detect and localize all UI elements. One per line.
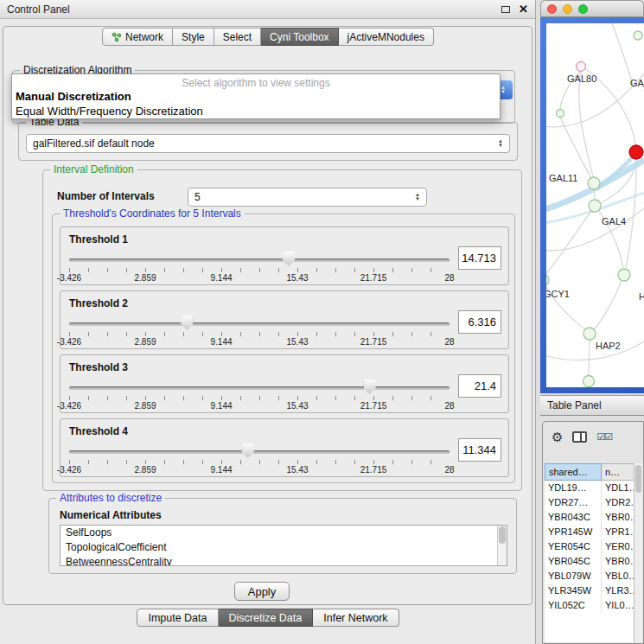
table-cell[interactable]: YBR0… bbox=[602, 510, 636, 525]
table-cell[interactable]: YER0… bbox=[602, 539, 636, 554]
table-cell[interactable]: YPR1… bbox=[602, 525, 636, 539]
table-cell[interactable]: YER054C bbox=[545, 539, 602, 554]
table-row[interactable]: YBR045C YBR0… bbox=[545, 554, 636, 569]
table-cell[interactable]: YIL0… bbox=[602, 598, 636, 613]
minimize-traffic-light-icon[interactable] bbox=[563, 4, 572, 14]
network-node-selected[interactable] bbox=[629, 145, 643, 159]
table-panel-title: Table Panel bbox=[547, 399, 602, 411]
list-item[interactable]: TopologicalCoefficient bbox=[61, 540, 507, 555]
table-row[interactable]: YER054C YER0… bbox=[545, 539, 636, 554]
table-row[interactable]: YDL19… YDL1… bbox=[545, 481, 636, 495]
threshold-2-value-field[interactable]: 6.316 bbox=[458, 310, 501, 334]
network-node[interactable] bbox=[588, 177, 600, 189]
tab-cyni-toolbox[interactable]: Cyni Toolbox bbox=[261, 28, 338, 46]
dropdown-option-manual[interactable]: Manual Discretization bbox=[12, 89, 500, 104]
table-cell[interactable]: YBR045C bbox=[545, 554, 602, 569]
table-cell[interactable]: YBR043C bbox=[545, 510, 602, 525]
slider-ticks bbox=[69, 268, 450, 272]
tab-network[interactable]: Network bbox=[102, 28, 173, 46]
tick-label: 21.715 bbox=[356, 465, 391, 475]
network-node[interactable] bbox=[583, 376, 595, 387]
columns-icon[interactable] bbox=[572, 431, 587, 443]
node-label: HAP2 bbox=[596, 341, 621, 351]
tab-jactivemnodules[interactable]: jActiveMNodules bbox=[339, 28, 434, 46]
network-node[interactable] bbox=[589, 200, 601, 212]
table-row[interactable]: YBL079W YBL0… bbox=[545, 569, 636, 583]
table-cell[interactable]: YIL052C bbox=[545, 598, 602, 613]
table-cell[interactable]: YBL0… bbox=[602, 569, 636, 583]
close-traffic-light-icon[interactable] bbox=[547, 4, 557, 14]
network-node[interactable] bbox=[583, 328, 596, 340]
network-node[interactable] bbox=[546, 274, 549, 286]
close-icon[interactable]: ✕ bbox=[519, 3, 528, 15]
zoom-traffic-light-icon[interactable] bbox=[578, 4, 588, 14]
node-label: GA bbox=[630, 78, 644, 88]
combo-stepper-icon[interactable]: ▲ ▼ bbox=[498, 139, 503, 148]
table-row[interactable]: YIL052C YIL0… bbox=[545, 598, 636, 613]
table-cell[interactable]: YBL079W bbox=[545, 569, 602, 583]
table-cell[interactable]: YPR145W bbox=[545, 525, 602, 539]
network-node[interactable] bbox=[557, 110, 564, 118]
network-node[interactable] bbox=[618, 269, 630, 281]
apply-button[interactable]: Apply bbox=[234, 582, 290, 601]
float-window-icon[interactable] bbox=[501, 6, 510, 13]
network-node[interactable] bbox=[577, 62, 586, 72]
window-title: Control Panel bbox=[7, 3, 70, 16]
table-cell[interactable]: YDL19… bbox=[545, 481, 602, 495]
node-label: GAL4 bbox=[602, 216, 626, 226]
column-header-shared-name[interactable]: shared… bbox=[545, 463, 602, 481]
tick-label: 21.715 bbox=[356, 273, 391, 283]
num-intervals-combobox[interactable]: 5 ▲ ▼ bbox=[188, 188, 427, 207]
attributes-list: SelfLoops TopologicalCoefficient Between… bbox=[60, 525, 507, 566]
table-cell[interactable]: YLR345W bbox=[545, 583, 602, 598]
slider-thumb[interactable] bbox=[181, 316, 193, 330]
list-item[interactable]: BetweennessCentrality bbox=[61, 555, 507, 566]
threshold-1-slider[interactable]: -3.426 2.859 9.144 15.43 21.715 28 bbox=[69, 250, 450, 284]
tick-label: 2.859 bbox=[128, 401, 163, 411]
table-scrollbar[interactable] bbox=[634, 463, 642, 642]
tab-style[interactable]: Style bbox=[173, 28, 214, 46]
attributes-scrollbar[interactable] bbox=[497, 526, 507, 565]
table-cell[interactable]: YDR2… bbox=[602, 495, 636, 510]
threshold-2-slider[interactable]: -3.426 2.859 9.144 15.43 21.715 28 bbox=[69, 314, 450, 348]
slider-thumb[interactable] bbox=[242, 443, 254, 458]
scrollbar-thumb[interactable] bbox=[499, 526, 506, 544]
table-cell[interactable]: YLR3… bbox=[602, 583, 636, 598]
slider-thumb[interactable] bbox=[283, 252, 295, 266]
table-row[interactable]: YPR145W YPR1… bbox=[545, 525, 636, 539]
table-row[interactable]: YBR043C YBR0… bbox=[545, 510, 636, 525]
slider-track[interactable] bbox=[69, 322, 450, 326]
table-row[interactable]: YDR27… YDR2… bbox=[545, 495, 636, 510]
column-header-name[interactable]: n… bbox=[602, 463, 636, 481]
table-data-combobox[interactable]: galFiltered.sif default node ▲ ▼ bbox=[26, 134, 510, 153]
table-row[interactable]: YLR345W YLR3… bbox=[545, 583, 636, 598]
table-cell[interactable]: YDL1… bbox=[602, 481, 636, 495]
table-cell[interactable]: YDR27… bbox=[545, 495, 602, 510]
slider-track[interactable] bbox=[69, 258, 450, 262]
threshold-1-value-field[interactable]: 14.713 bbox=[458, 246, 501, 270]
algorithm-dropdown: Select algorithm to view settings Manual… bbox=[11, 73, 501, 119]
tab-impute-data[interactable]: Impute Data bbox=[137, 609, 218, 627]
threshold-4-slider[interactable]: -3.426 2.859 9.144 15.43 21.715 28 bbox=[69, 442, 450, 476]
table-body: YDL19… YDL1… YDR27… YDR2… YBR043C YBR0… … bbox=[545, 481, 636, 642]
tab-infer-network[interactable]: Infer Network bbox=[313, 609, 399, 627]
tab-discretize-data[interactable]: Discretize Data bbox=[219, 609, 314, 627]
slider-track[interactable] bbox=[69, 450, 450, 454]
dropdown-option-equal-width[interactable]: Equal Width/Frequency Discretization bbox=[12, 104, 500, 118]
table-cell[interactable]: YBR0… bbox=[602, 554, 636, 569]
gear-icon[interactable]: ⚙ bbox=[552, 430, 563, 443]
scrollbar-thumb[interactable] bbox=[635, 465, 641, 493]
down-arrow-icon: ▼ bbox=[415, 197, 420, 201]
threshold-3-slider[interactable]: -3.426 2.859 9.144 15.43 21.715 28 bbox=[69, 378, 450, 412]
tab-select[interactable]: Select bbox=[214, 28, 261, 46]
combo-stepper-icon[interactable]: ▲ ▼ bbox=[415, 193, 420, 201]
network-node[interactable] bbox=[634, 31, 642, 40]
threshold-3-value-field[interactable]: 21.4 bbox=[458, 374, 501, 398]
network-canvas[interactable]: GAL80 GA GAL11 GAL4 GCY1 HAP2 H bbox=[546, 23, 644, 387]
list-item[interactable]: SelfLoops bbox=[61, 526, 507, 540]
slider-track[interactable] bbox=[69, 386, 450, 390]
slider-thumb[interactable] bbox=[364, 379, 376, 394]
threshold-4-value-field[interactable]: 11.344 bbox=[458, 438, 501, 462]
select-all-checkboxes-icon[interactable]: ☑☑ bbox=[596, 432, 612, 442]
tab-label: jActiveMNodules bbox=[348, 31, 424, 43]
